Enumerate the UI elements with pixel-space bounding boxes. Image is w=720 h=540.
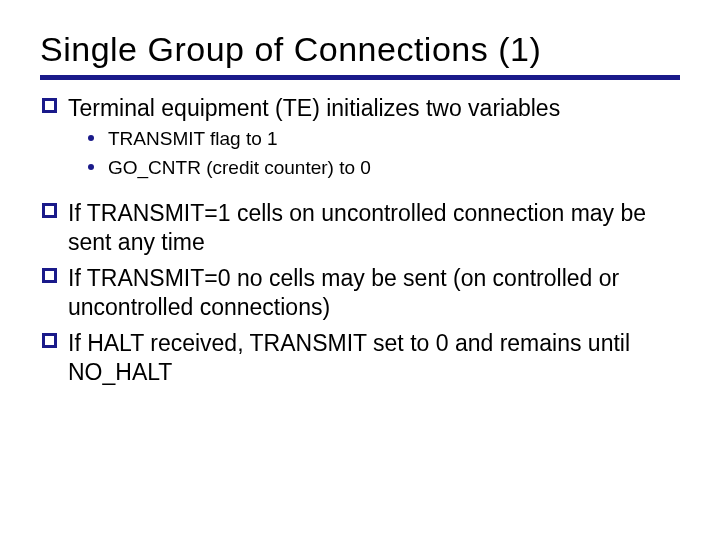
- square-bullet-icon: [42, 98, 57, 113]
- list-item-text: If HALT received, TRANSMIT set to 0 and …: [68, 330, 630, 385]
- list-item: If HALT received, TRANSMIT set to 0 and …: [40, 329, 680, 388]
- list-item-text: Terminal equipment (TE) initializes two …: [68, 95, 560, 121]
- square-bullet-icon: [42, 203, 57, 218]
- list-item-text: GO_CNTR (credit counter) to 0: [108, 157, 371, 178]
- dot-bullet-icon: [88, 164, 94, 170]
- list-item: Terminal equipment (TE) initializes two …: [40, 94, 680, 123]
- slide: Single Group of Connections (1) Terminal…: [0, 0, 720, 411]
- list-item: TRANSMIT flag to 1: [40, 127, 680, 152]
- square-bullet-icon: [42, 333, 57, 348]
- list-item-text: TRANSMIT flag to 1: [108, 128, 278, 149]
- slide-content: Terminal equipment (TE) initializes two …: [40, 94, 680, 387]
- list-item: If TRANSMIT=0 no cells may be sent (on c…: [40, 264, 680, 323]
- square-bullet-icon: [42, 268, 57, 283]
- spacer: [40, 183, 680, 193]
- dot-bullet-icon: [88, 135, 94, 141]
- list-item-text: If TRANSMIT=1 cells on uncontrolled conn…: [68, 200, 646, 255]
- list-item-text: If TRANSMIT=0 no cells may be sent (on c…: [68, 265, 619, 320]
- list-item: GO_CNTR (credit counter) to 0: [40, 156, 680, 181]
- slide-title: Single Group of Connections (1): [40, 30, 680, 80]
- list-item: If TRANSMIT=1 cells on uncontrolled conn…: [40, 199, 680, 258]
